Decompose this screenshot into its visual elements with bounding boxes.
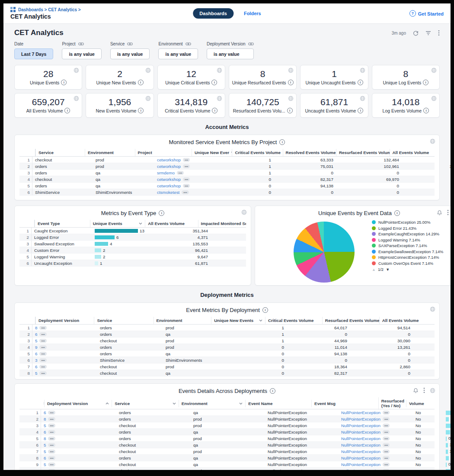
legend-item[interactable]: SAXParseException 7.14% (372, 243, 451, 248)
cell-link[interactable]: 5 (44, 462, 46, 467)
cell-link[interactable]: 5 (44, 443, 46, 447)
cell-link[interactable]: 6 (44, 410, 46, 415)
info-icon[interactable]: i (423, 80, 428, 85)
info-icon[interactable]: i (212, 108, 217, 113)
cell-expand-chip[interactable]: ••• (48, 430, 55, 434)
cell-link[interactable]: NullPointerException (341, 410, 380, 415)
cell-expand-chip[interactable]: ••• (48, 463, 55, 466)
filter-value-chip[interactable]: is any value (110, 48, 150, 59)
cell-expand-chip[interactable]: ••• (177, 171, 184, 175)
cell-expand-chip[interactable]: ••• (383, 443, 390, 447)
cell-link[interactable]: ctsmoketest (157, 190, 179, 195)
cell-expand-chip[interactable]: ••• (48, 411, 55, 415)
info-icon[interactable]: i (394, 210, 400, 216)
sort-desc-icon[interactable] (259, 319, 262, 322)
cell-link[interactable]: NullPointerException (341, 423, 380, 428)
tab-dashboards[interactable]: Dashboards (193, 8, 233, 19)
column-header[interactable]: Environment (179, 400, 246, 407)
sort-desc-icon[interactable] (173, 402, 176, 405)
info-icon[interactable]: i (64, 108, 70, 113)
cell-expand-chip[interactable]: ••• (39, 358, 46, 362)
cell-link[interactable]: 5 (35, 338, 37, 343)
cell-link[interactable]: 5 (44, 469, 46, 470)
pie-chart[interactable] (294, 222, 355, 283)
cell-expand-chip[interactable]: ••• (39, 352, 46, 356)
cell-expand-chip[interactable]: ••• (48, 450, 55, 453)
cell-link[interactable]: 6 (35, 364, 37, 369)
legend-item[interactable]: Custom OverOps Event 7.14% (372, 261, 451, 266)
info-icon[interactable]: i (211, 80, 217, 85)
breadcrumb[interactable]: Dashboards > CET Analytics > (10, 7, 81, 12)
legend-page-down-icon[interactable]: ▼ (386, 267, 390, 272)
cell-expand-chip[interactable]: ••• (48, 437, 55, 441)
column-header[interactable]: Unique New Ever (192, 149, 232, 156)
cell-link[interactable]: NullPointerException (341, 430, 380, 434)
tab-folders[interactable]: Folders (244, 11, 261, 16)
cell-link[interactable]: 5 (44, 449, 46, 454)
cell-expand-chip[interactable]: ••• (383, 424, 390, 428)
cell-expand-chip[interactable]: ••• (48, 417, 55, 421)
cell-link[interactable]: NullPointerException (341, 462, 380, 467)
cell-link[interactable]: 8 (44, 417, 46, 421)
cell-expand-chip[interactable]: ••• (39, 371, 46, 375)
cell-link[interactable]: 5 (35, 371, 37, 376)
sort-asc-icon[interactable] (106, 402, 109, 405)
cell-link[interactable]: NullPointerException (341, 417, 380, 421)
legend-item[interactable]: ExampleCaughtException 14.29% (372, 232, 451, 237)
get-started-link[interactable]: ? Get Started (409, 10, 444, 17)
info-icon[interactable]: i (358, 80, 363, 85)
info-icon[interactable]: i (287, 108, 293, 113)
info-icon[interactable]: i (279, 139, 285, 145)
cell-link[interactable]: 6 (44, 430, 46, 434)
cell-expand-chip[interactable]: ••• (183, 158, 190, 162)
info-icon[interactable]: i (270, 388, 275, 394)
cell-link[interactable]: 8 (44, 436, 46, 441)
cell-expand-chip[interactable]: ••• (48, 424, 55, 428)
cell-expand-chip[interactable]: ••• (183, 177, 190, 181)
sort-desc-icon[interactable] (239, 402, 243, 405)
sort-desc-icon[interactable] (139, 222, 142, 225)
info-icon[interactable]: i (358, 108, 363, 113)
cell-expand-chip[interactable]: ••• (383, 450, 390, 453)
cell-link[interactable]: 6 (35, 332, 37, 337)
legend-item[interactable]: HttpHostConnectException 7.14% (372, 255, 451, 260)
filter-value-chip[interactable]: Last 7 Days (14, 48, 53, 59)
cell-link[interactable]: 5 (44, 423, 46, 428)
cell-expand-chip[interactable]: ••• (383, 469, 390, 470)
info-icon[interactable]: i (159, 210, 164, 216)
cell-link[interactable]: cetworkshop (157, 183, 181, 188)
cell-link[interactable]: cetworkshop (157, 164, 181, 169)
get-started-label[interactable]: Get Started (418, 11, 444, 16)
cell-link[interactable]: NullPointerException (341, 449, 380, 454)
legend-item[interactable]: Logged Warning 7.14% (372, 238, 451, 243)
filter-value-chip[interactable]: is any value (158, 48, 198, 59)
legend-page-up-icon[interactable]: ▲ (372, 267, 376, 272)
cell-link[interactable]: NullPointerException (341, 456, 380, 460)
filter-value-chip[interactable]: is any value (62, 48, 102, 59)
column-header[interactable]: Unique Events (90, 220, 145, 227)
cell-expand-chip[interactable]: ••• (383, 456, 390, 460)
filter-value-chip[interactable]: is any value (207, 48, 254, 59)
bell-icon[interactable] (413, 388, 419, 393)
cell-link[interactable]: 3 (35, 358, 37, 363)
info-icon[interactable]: i (61, 80, 67, 85)
cell-expand-chip[interactable]: ••• (48, 443, 55, 447)
cell-expand-chip[interactable]: ••• (383, 430, 390, 434)
breadcrumb-text[interactable]: Dashboards > CET Analytics > (18, 7, 81, 12)
cell-expand-chip[interactable]: ••• (183, 164, 190, 168)
cell-link[interactable]: NullPointerException (341, 469, 380, 470)
column-header[interactable]: Service (112, 400, 179, 407)
cell-expand-chip[interactable]: ••• (182, 190, 189, 194)
cell-expand-chip[interactable]: ••• (39, 326, 46, 330)
column-header[interactable]: Unique New Events (211, 317, 265, 324)
cell-link[interactable]: srmdemo (157, 170, 175, 175)
column-header[interactable]: Deployment Version (44, 400, 112, 407)
cell-link[interactable]: 6 (35, 351, 37, 356)
cell-expand-chip[interactable]: ••• (183, 184, 190, 188)
legend-item[interactable]: ExampleSwallowedException 7.14% (372, 249, 451, 254)
cell-link[interactable]: 6 (44, 456, 46, 460)
info-icon[interactable]: i (288, 80, 294, 85)
cell-expand-chip[interactable]: ••• (383, 437, 390, 441)
cell-expand-chip[interactable]: ••• (39, 345, 46, 349)
kebab-menu-icon[interactable] (447, 209, 449, 215)
